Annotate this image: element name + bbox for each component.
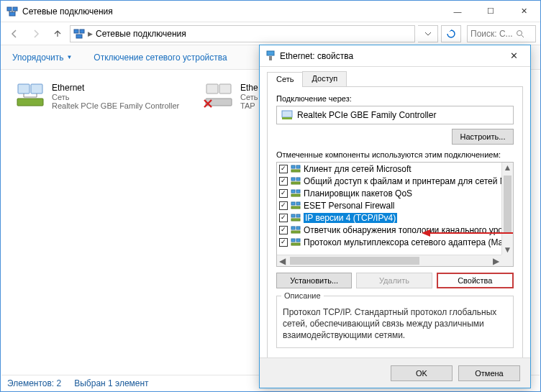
network-connections-icon xyxy=(6,6,18,17)
network-adapter-icon xyxy=(281,110,293,120)
uninstall-button: Удалить xyxy=(356,273,432,288)
svg-rect-28 xyxy=(291,206,300,209)
scroll-right-icon[interactable]: ▶ xyxy=(493,256,499,266)
component-row[interactable]: ✓Планировщик пакетов QoS xyxy=(277,187,501,199)
component-row[interactable]: ✓Протокол мультиплексора сетевого адапте… xyxy=(277,236,501,248)
connection-network: Сеть xyxy=(52,93,179,101)
component-label: Планировщик пакетов QoS xyxy=(304,188,412,199)
component-label: Протокол мультиплексора сетевого адаптер… xyxy=(304,237,501,247)
tab-strip: Сеть Доступ xyxy=(267,71,523,87)
svg-rect-35 xyxy=(291,239,295,242)
checkbox[interactable]: ✓ xyxy=(279,226,288,234)
search-box[interactable]: Поиск: С... xyxy=(467,25,536,42)
svg-rect-11 xyxy=(219,84,231,94)
svg-rect-14 xyxy=(269,56,272,60)
dialog-footer: OK Отмена xyxy=(260,357,530,388)
disable-device-command[interactable]: Отключение сетевого устройства xyxy=(89,50,231,65)
dialog-title: Ethernet: свойства xyxy=(280,51,503,61)
scrollbar-corner xyxy=(501,255,513,266)
network-connections-icon xyxy=(73,28,85,40)
svg-rect-32 xyxy=(291,227,295,229)
ok-button[interactable]: OK xyxy=(391,365,453,381)
adapter-display: Realtek PCIe GBE Family Controller xyxy=(276,106,514,124)
status-item-count: Элементов: 2 xyxy=(7,378,61,388)
address-dropdown[interactable] xyxy=(418,25,438,42)
connection-device: TAP xyxy=(240,101,258,110)
status-selected-count: Выбран 1 элемент xyxy=(74,378,148,388)
connection-network: Сеть xyxy=(240,93,258,101)
install-button[interactable]: Установить... xyxy=(276,273,352,288)
checkbox[interactable]: ✓ xyxy=(279,238,288,247)
svg-rect-9 xyxy=(17,99,43,106)
scrollbar-thumb[interactable] xyxy=(504,176,512,233)
connection-name: Ethernet xyxy=(52,83,179,93)
tab-panel-network: Подключение через: Realtek PCIe GBE Fami… xyxy=(267,87,523,362)
description-group: Описание Протокол TCP/IP. Стандартный пр… xyxy=(276,296,514,348)
svg-rect-19 xyxy=(291,170,300,172)
connect-via-label: Подключение через: xyxy=(276,94,514,103)
svg-rect-13 xyxy=(267,51,274,55)
ethernet-icon xyxy=(265,50,276,62)
checkbox[interactable]: ✓ xyxy=(279,201,288,210)
svg-rect-21 xyxy=(296,178,300,181)
component-row[interactable]: ✓Общий доступ к файлам и принтерам для с… xyxy=(277,175,501,187)
protocol-icon xyxy=(291,188,301,198)
up-button[interactable] xyxy=(48,24,67,43)
maximize-button[interactable]: ☐ xyxy=(474,1,507,22)
connection-item-ethernet[interactable]: Ethernet Сеть Realtek PCIe GBE Family Co… xyxy=(13,80,193,113)
window-title: Сетевые подключения xyxy=(22,6,441,17)
svg-rect-29 xyxy=(291,214,295,217)
organize-menu[interactable]: Упорядочить▼ xyxy=(8,50,76,65)
checkbox[interactable]: ✓ xyxy=(279,214,288,222)
svg-rect-7 xyxy=(18,84,29,94)
svg-rect-18 xyxy=(296,165,300,168)
svg-rect-36 xyxy=(296,239,300,242)
component-label: Общий доступ к файлам и принтерам для се… xyxy=(304,176,501,186)
scroll-left-icon[interactable]: ◀ xyxy=(279,256,286,266)
back-button[interactable] xyxy=(5,24,24,43)
vertical-scrollbar[interactable]: ▲ ▼ xyxy=(501,163,513,255)
configure-button[interactable]: Настроить... xyxy=(452,129,514,145)
checkbox[interactable]: ✓ xyxy=(279,165,288,173)
svg-rect-23 xyxy=(291,190,295,193)
components-label: Отмеченные компоненты используются этим … xyxy=(276,150,514,159)
svg-rect-34 xyxy=(291,231,300,233)
address-bar[interactable]: ▶ Сетевые подключения xyxy=(70,25,415,42)
checkbox[interactable]: ✓ xyxy=(279,189,288,198)
component-label: ESET Personal Firewall xyxy=(304,201,395,211)
component-label: Клиент для сетей Microsoft xyxy=(304,164,412,174)
scroll-down-icon[interactable]: ▼ xyxy=(504,245,512,255)
search-placeholder: Поиск: С... xyxy=(470,29,513,39)
properties-button[interactable]: Свойства xyxy=(437,273,514,288)
close-button[interactable]: ✕ xyxy=(507,1,540,22)
component-row[interactable]: ✓Клиент для сетей Microsoft xyxy=(277,163,501,175)
tab-network[interactable]: Сеть xyxy=(267,72,303,87)
cancel-button[interactable]: Отмена xyxy=(458,365,520,381)
scroll-up-icon[interactable]: ▲ xyxy=(504,163,512,173)
connection-device: Realtek PCIe GBE Family Controller xyxy=(52,101,179,110)
svg-rect-2 xyxy=(9,12,15,16)
minimize-button[interactable]: — xyxy=(441,1,474,22)
protocol-icon xyxy=(291,237,301,247)
svg-rect-17 xyxy=(291,165,295,168)
svg-rect-4 xyxy=(80,29,84,33)
checkbox[interactable]: ✓ xyxy=(279,177,288,186)
svg-rect-1 xyxy=(13,7,17,11)
protocol-icon xyxy=(291,164,301,173)
horizontal-scrollbar[interactable]: ◀ ▶ xyxy=(277,255,501,266)
protocol-icon xyxy=(291,225,301,234)
scrollbar-thumb[interactable] xyxy=(290,257,419,265)
svg-rect-16 xyxy=(282,117,292,119)
refresh-button[interactable] xyxy=(441,25,461,42)
ethernet-properties-dialog: Ethernet: свойства ✕ Сеть Доступ Подключ… xyxy=(259,45,531,388)
component-row[interactable]: ✓ESET Personal Firewall xyxy=(277,199,501,211)
window-controls: — ☐ ✕ xyxy=(441,1,540,22)
component-row[interactable]: ✓IP версии 4 (TCP/IPv4) xyxy=(277,211,501,224)
svg-rect-10 xyxy=(206,84,218,94)
components-listbox[interactable]: ✓Клиент для сетей Microsoft✓Общий доступ… xyxy=(276,162,514,267)
forward-button[interactable] xyxy=(27,24,45,43)
svg-rect-20 xyxy=(291,178,295,181)
dialog-close-button[interactable]: ✕ xyxy=(503,45,524,66)
component-row[interactable]: ✓Ответчик обнаружения топологии канально… xyxy=(277,224,501,236)
tab-access[interactable]: Доступ xyxy=(302,71,347,86)
